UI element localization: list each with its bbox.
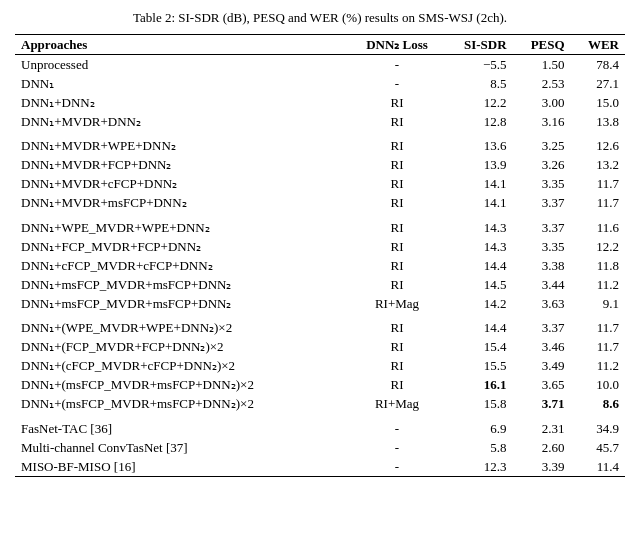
cell-wer: 11.2: [571, 275, 625, 294]
table-row: DNN₁-8.52.5327.1: [15, 74, 625, 93]
cell-loss: -: [351, 414, 444, 439]
cell-approach: Multi-channel ConvTasNet [37]: [15, 438, 351, 457]
cell-wer: 9.1: [571, 294, 625, 313]
cell-approach: DNN₁+(msFCP_MVDR+msFCP+DNN₂)×2: [15, 395, 351, 414]
cell-sisdr: 14.3: [444, 213, 513, 238]
cell-wer: 12.6: [571, 131, 625, 156]
cell-pesq: 3.63: [513, 294, 571, 313]
cell-sisdr: 15.5: [444, 357, 513, 376]
header-sisdr: SI-SDR: [444, 35, 513, 55]
cell-approach: DNN₁+(FCP_MVDR+FCP+DNN₂)×2: [15, 338, 351, 357]
cell-loss: RI: [351, 93, 444, 112]
cell-sisdr: 15.4: [444, 338, 513, 357]
cell-wer: 11.7: [571, 175, 625, 194]
table-row: DNN₁+(FCP_MVDR+FCP+DNN₂)×2RI15.43.4611.7: [15, 338, 625, 357]
table-row: DNN₁+MVDR+cFCP+DNN₂RI14.13.3511.7: [15, 175, 625, 194]
cell-sisdr: 14.1: [444, 194, 513, 213]
cell-pesq: 3.25: [513, 131, 571, 156]
header-wer: WER: [571, 35, 625, 55]
cell-approach: DNN₁+MVDR+msFCP+DNN₂: [15, 194, 351, 213]
cell-wer: 11.7: [571, 338, 625, 357]
table-row: Unprocessed-−5.51.5078.4: [15, 55, 625, 75]
cell-wer: 11.6: [571, 213, 625, 238]
cell-pesq: 3.37: [513, 194, 571, 213]
cell-pesq: 3.16: [513, 112, 571, 131]
cell-pesq: 1.50: [513, 55, 571, 75]
cell-approach: DNN₁+MVDR+FCP+DNN₂: [15, 156, 351, 175]
cell-loss: RI+Mag: [351, 395, 444, 414]
cell-approach: Unprocessed: [15, 55, 351, 75]
cell-wer: 11.4: [571, 457, 625, 477]
cell-approach: FasNet-TAC [36]: [15, 414, 351, 439]
table-row: DNN₁+MVDR+DNN₂RI12.83.1613.8: [15, 112, 625, 131]
cell-wer: 12.2: [571, 237, 625, 256]
table-row: DNN₁+FCP_MVDR+FCP+DNN₂RI14.33.3512.2: [15, 237, 625, 256]
cell-sisdr: 13.9: [444, 156, 513, 175]
cell-approach: DNN₁+(cFCP_MVDR+cFCP+DNN₂)×2: [15, 357, 351, 376]
cell-sisdr: 12.2: [444, 93, 513, 112]
cell-loss: RI: [351, 275, 444, 294]
table-row: DNN₁+msFCP_MVDR+msFCP+DNN₂RI14.53.4411.2: [15, 275, 625, 294]
cell-wer: 8.6: [571, 395, 625, 414]
cell-sisdr: 14.2: [444, 294, 513, 313]
table-caption: Table 2: SI-SDR (dB), PESQ and WER (%) r…: [15, 10, 625, 26]
cell-approach: DNN₁+MVDR+WPE+DNN₂: [15, 131, 351, 156]
table-row: DNN₁+WPE_MVDR+WPE+DNN₂RI14.33.3711.6: [15, 213, 625, 238]
cell-sisdr: 14.3: [444, 237, 513, 256]
cell-loss: RI: [351, 213, 444, 238]
cell-loss: -: [351, 457, 444, 477]
cell-pesq: 2.31: [513, 414, 571, 439]
cell-loss: RI: [351, 175, 444, 194]
cell-sisdr: 15.8: [444, 395, 513, 414]
cell-approach: MISO-BF-MISO [16]: [15, 457, 351, 477]
cell-pesq: 3.38: [513, 256, 571, 275]
cell-loss: RI: [351, 256, 444, 275]
cell-sisdr: 6.9: [444, 414, 513, 439]
cell-loss: RI: [351, 357, 444, 376]
cell-loss: RI: [351, 237, 444, 256]
cell-loss: RI: [351, 112, 444, 131]
cell-sisdr: 14.1: [444, 175, 513, 194]
cell-pesq: 3.39: [513, 457, 571, 477]
cell-pesq: 3.65: [513, 376, 571, 395]
cell-pesq: 2.53: [513, 74, 571, 93]
cell-loss: RI: [351, 313, 444, 338]
table-row: FasNet-TAC [36]-6.92.3134.9: [15, 414, 625, 439]
results-table: Approaches DNN₂ Loss SI-SDR PESQ WER Unp…: [15, 34, 625, 477]
cell-sisdr: 16.1: [444, 376, 513, 395]
cell-approach: DNN₁+MVDR+DNN₂: [15, 112, 351, 131]
cell-pesq: 3.46: [513, 338, 571, 357]
cell-sisdr: 13.6: [444, 131, 513, 156]
header-approach: Approaches: [15, 35, 351, 55]
cell-pesq: 3.44: [513, 275, 571, 294]
cell-sisdr: 14.5: [444, 275, 513, 294]
cell-loss: RI+Mag: [351, 294, 444, 313]
table-row: DNN₁+(msFCP_MVDR+msFCP+DNN₂)×2RI+Mag15.8…: [15, 395, 625, 414]
cell-approach: DNN₁+WPE_MVDR+WPE+DNN₂: [15, 213, 351, 238]
table-row: DNN₁+msFCP_MVDR+msFCP+DNN₂RI+Mag14.23.63…: [15, 294, 625, 313]
cell-loss: RI: [351, 376, 444, 395]
cell-pesq: 3.35: [513, 237, 571, 256]
table-row: DNN₁+(cFCP_MVDR+cFCP+DNN₂)×2RI15.53.4911…: [15, 357, 625, 376]
cell-pesq: 3.26: [513, 156, 571, 175]
cell-wer: 10.0: [571, 376, 625, 395]
cell-sisdr: 12.8: [444, 112, 513, 131]
cell-approach: DNN₁+MVDR+cFCP+DNN₂: [15, 175, 351, 194]
table-row: DNN₁+cFCP_MVDR+cFCP+DNN₂RI14.43.3811.8: [15, 256, 625, 275]
cell-loss: -: [351, 74, 444, 93]
cell-pesq: 3.35: [513, 175, 571, 194]
cell-sisdr: −5.5: [444, 55, 513, 75]
cell-approach: DNN₁: [15, 74, 351, 93]
cell-wer: 13.2: [571, 156, 625, 175]
cell-wer: 11.7: [571, 313, 625, 338]
cell-wer: 45.7: [571, 438, 625, 457]
cell-wer: 15.0: [571, 93, 625, 112]
cell-approach: DNN₁+msFCP_MVDR+msFCP+DNN₂: [15, 275, 351, 294]
cell-loss: RI: [351, 131, 444, 156]
table-row: DNN₁+(msFCP_MVDR+msFCP+DNN₂)×2RI16.13.65…: [15, 376, 625, 395]
table-row: DNN₁+MVDR+WPE+DNN₂RI13.63.2512.6: [15, 131, 625, 156]
cell-pesq: 3.00: [513, 93, 571, 112]
cell-approach: DNN₁+msFCP_MVDR+msFCP+DNN₂: [15, 294, 351, 313]
cell-approach: DNN₁+FCP_MVDR+FCP+DNN₂: [15, 237, 351, 256]
cell-sisdr: 12.3: [444, 457, 513, 477]
